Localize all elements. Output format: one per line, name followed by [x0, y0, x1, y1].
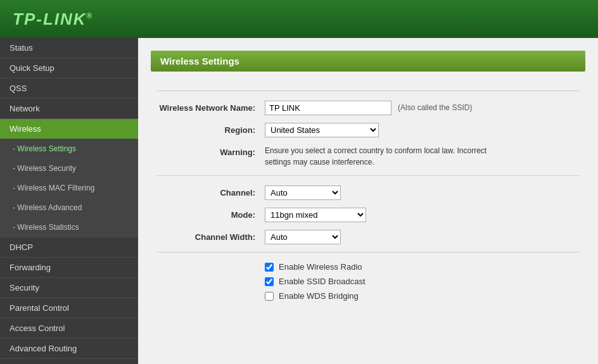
ssid-row: Wireless Network Name: (Also called the … — [157, 101, 579, 115]
logo: TP-LINK® — [13, 9, 93, 29]
sidebar-item-access-control[interactable]: Access Control — [0, 318, 138, 339]
header: TP-LINK® — [0, 0, 598, 38]
enable-ssid-broadcast-checkbox[interactable] — [265, 277, 274, 286]
mode-control: 11bgn mixed 11b only 11g only 11n only — [265, 208, 579, 222]
main-layout: Status Quick Setup QSS Network Wireless … — [0, 38, 598, 364]
mode-label: Mode: — [157, 208, 265, 220]
sidebar-item-wireless-security[interactable]: - Wireless Security — [0, 159, 138, 179]
sidebar-item-wireless-advanced[interactable]: - Wireless Advanced — [0, 198, 138, 218]
warning-row: Warning: Ensure you select a correct cou… — [157, 145, 579, 168]
page-title: Wireless Settings — [160, 56, 239, 66]
enable-wireless-radio-checkbox[interactable] — [265, 263, 274, 272]
sidebar-item-wireless-mac-filtering[interactable]: - Wireless MAC Filtering — [0, 179, 138, 198]
channel-width-row: Channel Width: Auto 20MHz 40MHz — [157, 230, 579, 244]
form-divider-mid — [157, 175, 579, 176]
form-divider-top — [157, 91, 579, 91]
enable-wds-bridging-checkbox[interactable] — [265, 292, 274, 301]
enable-wds-bridging-label[interactable]: Enable WDS Bridging — [279, 291, 359, 301]
mode-select[interactable]: 11bgn mixed 11b only 11g only 11n only — [265, 208, 366, 222]
sidebar-item-wireless-settings[interactable]: - Wireless Settings — [0, 139, 138, 159]
sidebar-item-security[interactable]: Security — [0, 278, 138, 298]
sidebar-item-forwarding[interactable]: Forwarding — [0, 258, 138, 278]
region-label: Region: — [157, 123, 265, 135]
ssid-label: Wireless Network Name: — [157, 101, 265, 113]
channel-width-label: Channel Width: — [157, 230, 265, 242]
channel-width-select[interactable]: Auto 20MHz 40MHz — [265, 230, 341, 244]
enable-wireless-radio-row: Enable Wireless Radio — [265, 262, 579, 272]
logo-text: TP-LINK — [13, 9, 87, 28]
page-title-bar: Wireless Settings — [151, 51, 585, 72]
sidebar-item-status[interactable]: Status — [0, 38, 138, 58]
sidebar-item-wireless[interactable]: Wireless — [0, 119, 138, 139]
sidebar: Status Quick Setup QSS Network Wireless … — [0, 38, 138, 364]
channel-row: Channel: Auto 1234 5678 91011 — [157, 185, 579, 200]
warning-label: Warning: — [157, 145, 265, 157]
channel-select[interactable]: Auto 1234 5678 91011 — [265, 185, 341, 200]
ssid-note: (Also called the SSID) — [398, 101, 472, 112]
sidebar-item-network[interactable]: Network — [0, 99, 138, 119]
ssid-input[interactable] — [265, 101, 391, 115]
ssid-control: (Also called the SSID) — [265, 101, 579, 115]
warning-control: Ensure you select a correct country to c… — [265, 145, 579, 168]
sidebar-item-wireless-statistics[interactable]: - Wireless Statistics — [0, 218, 138, 237]
region-row: Region: United States Europe Asia Austra… — [157, 123, 579, 137]
content: Wireless Settings Wireless Network Name:… — [138, 38, 598, 364]
enable-wireless-radio-label[interactable]: Enable Wireless Radio — [279, 262, 362, 272]
sidebar-item-quick-setup[interactable]: Quick Setup — [0, 58, 138, 78]
warning-text: Ensure you select a correct country to c… — [265, 145, 506, 168]
sidebar-item-parental-control[interactable]: Parental Control — [0, 298, 138, 318]
channel-label: Channel: — [157, 185, 265, 198]
region-select[interactable]: United States Europe Asia Australia Chin… — [265, 123, 379, 137]
logo-tm: ® — [87, 11, 94, 20]
sidebar-item-dhcp[interactable]: DHCP — [0, 237, 138, 258]
enable-wds-bridging-row: Enable WDS Bridging — [265, 291, 579, 301]
mode-row: Mode: 11bgn mixed 11b only 11g only 11n … — [157, 208, 579, 222]
enable-ssid-broadcast-row: Enable SSID Broadcast — [265, 277, 579, 286]
checkbox-section: Enable Wireless Radio Enable SSID Broadc… — [265, 262, 579, 301]
form-divider-bottom — [157, 252, 579, 253]
sidebar-item-advanced-routing[interactable]: Advanced Routing — [0, 339, 138, 359]
sidebar-item-qss[interactable]: QSS — [0, 78, 138, 99]
enable-ssid-broadcast-label[interactable]: Enable SSID Broadcast — [279, 277, 366, 286]
region-control: United States Europe Asia Australia Chin… — [265, 123, 579, 137]
form-area: Wireless Network Name: (Also called the … — [138, 81, 598, 318]
channel-width-control: Auto 20MHz 40MHz — [265, 230, 579, 244]
sidebar-item-bandwidth-control[interactable]: Bandwidth Control — [0, 359, 138, 364]
channel-control: Auto 1234 5678 91011 — [265, 185, 579, 200]
